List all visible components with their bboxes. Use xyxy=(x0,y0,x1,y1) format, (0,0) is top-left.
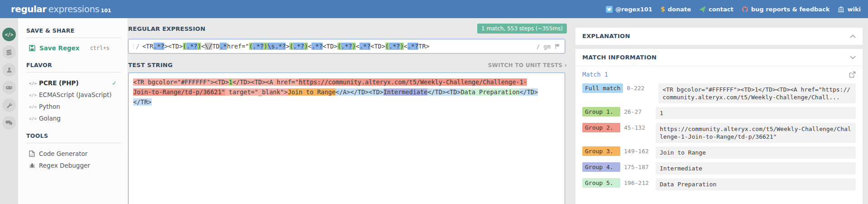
flavor-label: PCRE (PHP) xyxy=(39,79,79,87)
match-row[interactable]: Group 4.175-187Intermediate xyxy=(582,162,856,175)
match-information-card: MATCH INFORMATION Match 1 Full match0-22… xyxy=(575,49,863,204)
group-range: 0-222 xyxy=(627,83,655,92)
flavor-item-pcre[interactable]: </> PCRE (PHP) ✓ xyxy=(26,77,128,89)
rail-settings-button[interactable] xyxy=(2,98,16,112)
explanation-heading: EXPLANATION xyxy=(582,33,630,39)
rail-help-button[interactable] xyxy=(2,116,16,130)
chat-icon xyxy=(5,119,13,126)
match-row[interactable]: Group 5.196-212Data Preparation xyxy=(582,178,856,190)
match-row[interactable]: Group 2.45-132https://community.alteryx.… xyxy=(582,123,856,143)
flavor-item-python[interactable]: </> Python xyxy=(26,101,128,112)
group-range: 149-162 xyxy=(624,146,652,155)
flavor-item-golang[interactable]: </> Golang xyxy=(26,112,128,124)
user-icon xyxy=(6,67,13,73)
twitter-icon xyxy=(606,6,613,13)
top-link-label: contact xyxy=(709,6,734,13)
top-link-label: bug reports & feedback xyxy=(751,6,830,13)
group-chip: Group 4. xyxy=(582,162,620,172)
rail-account-button[interactable] xyxy=(2,63,16,77)
right-panel: EXPLANATION MATCH INFORMATION Match 1 Fu… xyxy=(575,18,863,204)
link-wiki[interactable]: wiki xyxy=(838,6,861,13)
group-value: Data Preparation xyxy=(656,178,856,190)
tool-item-regex-debugger[interactable]: Regex Debugger xyxy=(26,160,128,171)
save-share-heading: SAVE & SHARE xyxy=(26,27,128,34)
match-row[interactable]: Group 1.26-271 xyxy=(582,107,856,119)
group-chip: Full match xyxy=(582,83,623,93)
book-icon xyxy=(6,49,13,56)
check-icon: ✓ xyxy=(112,80,117,87)
test-string-heading: TEST STRING xyxy=(128,62,173,68)
flavor-heading: FLAVOR xyxy=(26,62,128,68)
flag-settings-icon[interactable] xyxy=(554,43,561,50)
divider xyxy=(26,72,121,73)
gamepad-icon xyxy=(5,84,13,91)
svg-text:</>: </> xyxy=(30,153,34,156)
regex-input[interactable]: ⋮ / <TR.*?><TD>(.*?)<\/TD.*href="(.*?)\s… xyxy=(128,39,565,53)
test-string-line[interactable]: <TR bgcolor="#FFFFFF"><TD>1</TD><TD><A h… xyxy=(133,77,560,87)
bank-icon xyxy=(838,6,844,13)
logo-word-expressions: expressions xyxy=(48,4,100,15)
top-link-label: donate xyxy=(668,6,691,13)
test-string-input[interactable]: <TR bgcolor="#FFFFFF"><TD>1</TD><TD><A h… xyxy=(128,73,565,204)
code-icon: </> xyxy=(29,104,39,109)
top-link-label: wiki xyxy=(847,6,861,13)
group-value: 1 xyxy=(656,107,856,119)
code-icon: </> xyxy=(29,81,39,86)
group-chip: Group 2. xyxy=(582,123,620,132)
sidebar: SAVE & SHARE Save Regex ctrl+s FLAVOR </… xyxy=(18,18,128,204)
test-string-line[interactable]: </TR> xyxy=(133,97,560,107)
wrench-icon xyxy=(6,102,13,109)
save-shortcut: ctrl+s xyxy=(90,45,110,51)
group-range: 45-132 xyxy=(624,123,652,131)
drag-handle-icon[interactable]: ⋮ xyxy=(130,44,135,49)
flavor-label: Python xyxy=(39,103,60,110)
logo-word-regular: regular xyxy=(11,4,47,15)
top-link-label: @regex101 xyxy=(615,6,652,13)
regex-pattern[interactable]: <TR.*?><TD>(.*?)<\/TD.*href="(.*?)\s.*?>… xyxy=(142,43,533,50)
chevron-down-icon[interactable] xyxy=(850,56,856,59)
regex-open-delimiter: / xyxy=(136,43,139,50)
site-logo[interactable]: regular expressions 101 xyxy=(11,4,111,15)
divider xyxy=(26,38,121,38)
explanation-card: EXPLANATION xyxy=(575,28,863,45)
switch-label: SWITCH TO UNIT TESTS xyxy=(488,62,563,68)
group-value: Join to Range xyxy=(656,146,856,159)
match-information-heading: MATCH INFORMATION xyxy=(582,54,657,61)
regex-flags[interactable]: / gm xyxy=(537,43,551,50)
regular-expression-heading: REGULAR EXPRESSION xyxy=(128,25,206,32)
link-bug-reports[interactable]: bug reports & feedback xyxy=(742,6,830,13)
match-row[interactable]: Group 3.149-162Join to Range xyxy=(582,146,856,159)
bug-icon xyxy=(29,162,39,169)
flavor-label: ECMAScript (JavaScript) xyxy=(39,91,112,98)
top-links: @regex101 $ donate contact bug reports &… xyxy=(606,5,861,13)
rail-library-button[interactable] xyxy=(2,45,16,59)
logo-word-101: 101 xyxy=(101,8,111,14)
dollar-icon: $ xyxy=(661,5,665,13)
test-string-line[interactable]: Join-to-Range/td-p/36621" target="_blank… xyxy=(133,87,560,97)
tool-item-code-generator[interactable]: </> Code Generator xyxy=(26,148,128,160)
group-chip: Group 1. xyxy=(582,107,620,117)
switch-to-unit-tests-button[interactable]: SWITCH TO UNIT TESTS › xyxy=(488,62,567,68)
save-regex-button[interactable]: Save Regex ctrl+s xyxy=(26,43,128,53)
link-contact[interactable]: contact xyxy=(699,6,734,13)
group-value: Intermediate xyxy=(656,162,856,175)
link-donate[interactable]: $ donate xyxy=(661,5,691,13)
rail-regex-tester-button[interactable]: </> xyxy=(2,28,16,41)
export-matches-icon[interactable] xyxy=(849,71,856,78)
code-icon: </> xyxy=(29,92,39,97)
group-range: 196-212 xyxy=(624,178,652,186)
match-row[interactable]: Full match0-222<TR bgcolor="#FFFFFF"><TD… xyxy=(582,83,856,103)
group-chip: Group 3. xyxy=(582,146,620,156)
main-area: REGULAR EXPRESSION 1 match, 553 steps (~… xyxy=(128,18,567,204)
flavor-item-ecmascript[interactable]: </> ECMAScript (JavaScript) xyxy=(26,89,128,101)
flavor-label: Golang xyxy=(39,115,61,122)
floppy-disk-icon xyxy=(29,45,35,51)
rail-quiz-button[interactable] xyxy=(2,81,16,94)
link-twitter[interactable]: @regex101 xyxy=(606,6,652,13)
group-range: 26-27 xyxy=(624,107,652,115)
icon-rail: </> xyxy=(0,18,18,204)
test-string-content[interactable]: <TR bgcolor="#FFFFFF"><TD>1</TD><TD><A h… xyxy=(133,77,560,107)
chevron-up-icon[interactable] xyxy=(850,34,856,38)
group-value: https://community.alteryx.com/t5/Weekly-… xyxy=(656,123,856,143)
match-1-label: Match 1 xyxy=(582,71,608,78)
